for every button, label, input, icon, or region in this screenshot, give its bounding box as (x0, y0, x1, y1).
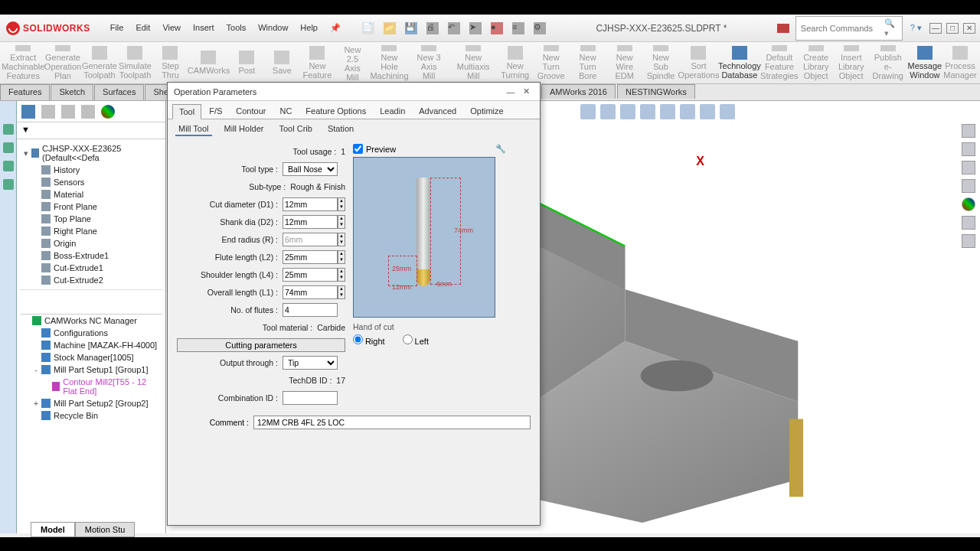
subtab-mill-tool[interactable]: Mill Tool (175, 122, 212, 136)
ribbon-button[interactable]: New TurnGroove (534, 44, 569, 82)
menu-help[interactable]: Help (294, 20, 324, 36)
spinner[interactable]: ▲▼ (338, 215, 345, 229)
search-commands[interactable]: 🔍▾ (795, 16, 903, 41)
minimize-button[interactable]: — (929, 23, 942, 34)
sw-flag-icon[interactable] (777, 24, 789, 33)
ribbon-button[interactable]: GenerateOperationPlan (45, 44, 81, 82)
ribbon-button[interactable]: CAMWorks (188, 44, 228, 82)
maximize-button[interactable]: □ (946, 23, 959, 34)
subtab-tool-crib[interactable]: Tool Crib (276, 122, 315, 136)
ribbon-button[interactable]: ExtractMachinableFeatures (3, 44, 44, 82)
btab-motion[interactable]: Motion Stu (75, 522, 136, 537)
ribbon-button[interactable]: SortOperations (679, 44, 718, 82)
preview-tool-icon[interactable]: 🔧 (495, 144, 506, 154)
ribbon-button[interactable]: New TurnBore (570, 44, 606, 82)
dlg-tab-contour[interactable]: Contour (230, 104, 272, 119)
new-icon[interactable]: 📄 (362, 22, 374, 34)
menu-window[interactable]: Window (252, 20, 294, 36)
dialog-minimize-button[interactable]: — (503, 87, 518, 96)
search-input[interactable] (801, 24, 884, 33)
ribbon-button[interactable]: CreateLibraryObject (799, 44, 833, 82)
ribbon-button[interactable]: DefaultFeatureStrategies (761, 44, 798, 82)
tool-type-select[interactable]: Ball Nose (283, 162, 338, 176)
search-icon[interactable]: 🔍▾ (884, 18, 897, 38)
fm-icon[interactable] (41, 105, 55, 119)
cutting-parameters-button[interactable]: Cutting parameters (177, 338, 345, 352)
menu-tools[interactable]: Tools (220, 20, 253, 36)
ribbon-button[interactable]: New HoleMachining (371, 44, 407, 82)
tab-surfaces[interactable]: Surfaces (94, 84, 144, 100)
save-icon[interactable]: 💾 (405, 22, 417, 34)
close-button[interactable]: ✕ (963, 23, 975, 34)
dlg-tab-fs[interactable]: F/S (203, 104, 228, 119)
flute-len-input[interactable] (283, 250, 338, 264)
ribbon-button[interactable]: GenerateToolpath (82, 44, 116, 82)
spinner[interactable]: ▲▼ (338, 268, 345, 282)
tree-item[interactable]: Cut-Extrude1 (20, 262, 162, 274)
menu-file[interactable]: File (104, 20, 130, 36)
menu-view[interactable]: View (156, 20, 187, 36)
cam-tree-item[interactable]: Stock Manager[1005] (20, 351, 162, 364)
ribbon-button[interactable]: Publishe-Drawing (870, 44, 906, 82)
left-tab-icon[interactable] (3, 142, 14, 153)
cam-tree-item[interactable]: Machine [MAZAK-FH-4000] (20, 339, 162, 351)
overall-len-input[interactable] (283, 285, 338, 299)
ribbon-button[interactable]: New 2.5Axis Mill (335, 44, 369, 82)
dlg-tab-nc[interactable]: NC (273, 104, 298, 119)
fm-icon[interactable] (101, 105, 115, 119)
menu-edit[interactable]: Edit (129, 20, 156, 36)
dialog-titlebar[interactable]: Operation Parameters — ✕ (168, 83, 540, 101)
tree-item[interactable]: Sensors (20, 176, 162, 188)
cam-tree-item[interactable]: -Mill Part Setup1 [Group1] (20, 364, 162, 376)
tree-root[interactable]: ▾ CJHSP-XXX-E23625 (Default<<Defa (20, 142, 162, 164)
dlg-tab-feature-options[interactable]: Feature Options (299, 104, 372, 119)
fm-filter[interactable]: ▼ (17, 122, 165, 139)
subtab-station[interactable]: Station (325, 122, 357, 136)
cam-tree-item[interactable]: Recycle Bin (20, 409, 162, 422)
ribbon-button[interactable]: NewTurning (498, 44, 532, 82)
dlg-tab-optimize[interactable]: Optimize (464, 104, 509, 119)
ribbon-button[interactable]: ProcessManager (943, 44, 977, 82)
ribbon-button[interactable]: NewFeature (300, 44, 334, 82)
hand-right-radio[interactable]: Right (353, 337, 385, 346)
undo-icon[interactable]: ↶ (448, 22, 460, 34)
dialog-close-button[interactable]: ✕ (518, 86, 534, 96)
settings-icon[interactable]: ⚙ (534, 22, 546, 34)
output-through-select[interactable]: Tip (283, 356, 338, 370)
spinner[interactable]: ▲▼ (338, 250, 345, 264)
cam-tree-item[interactable]: Contour Mill2[T55 - 12 Flat End] (20, 376, 162, 397)
comment-input[interactable] (253, 416, 531, 429)
tree-item[interactable]: Cut-Extrude2 (20, 274, 162, 286)
select-icon[interactable]: ➤ (469, 22, 482, 34)
rebuild-icon[interactable]: ● (491, 22, 503, 34)
tree-item[interactable]: Material (20, 188, 162, 201)
help-icon[interactable]: ? ▾ (910, 23, 922, 33)
left-tab-icon[interactable] (3, 124, 14, 135)
ribbon-button[interactable]: Save (265, 44, 299, 82)
cam-tree-root[interactable]: CAMWorks NC Manager (20, 315, 162, 327)
ribbon-button[interactable]: StepThru (153, 44, 187, 82)
menu-pin-icon[interactable]: 📌 (324, 20, 347, 36)
left-tab-icon[interactable] (3, 161, 14, 171)
cam-tree-item[interactable]: +Mill Part Setup2 [Group2] (20, 397, 162, 409)
dlg-tab-leadin[interactable]: Leadin (374, 104, 411, 119)
left-tab-icon[interactable] (3, 179, 14, 190)
fm-icon[interactable] (81, 105, 95, 119)
fm-icon[interactable] (21, 105, 35, 119)
subtab-mill-holder[interactable]: Mill Holder (221, 122, 267, 136)
shank-dia-input[interactable] (283, 215, 338, 229)
tree-item[interactable]: Front Plane (20, 201, 162, 213)
dlg-tab-tool[interactable]: Tool (172, 104, 201, 119)
ribbon-button[interactable]: New SubSpindle (644, 44, 678, 82)
cut-dia-input[interactable] (283, 197, 338, 211)
shoulder-len-input[interactable] (283, 268, 338, 282)
tree-item[interactable]: Boss-Extrude1 (20, 249, 162, 262)
btab-model[interactable]: Model (31, 522, 75, 537)
ribbon-button[interactable]: SimulateToolpath (118, 44, 152, 82)
tree-item[interactable]: Right Plane (20, 225, 162, 237)
fm-icon[interactable] (61, 105, 75, 119)
ribbon-button[interactable]: New 3 AxisMill (410, 44, 449, 82)
print-icon[interactable]: 🖨 (426, 22, 439, 34)
preview-checkbox[interactable] (353, 144, 363, 154)
tree-item[interactable]: Origin (20, 237, 162, 249)
